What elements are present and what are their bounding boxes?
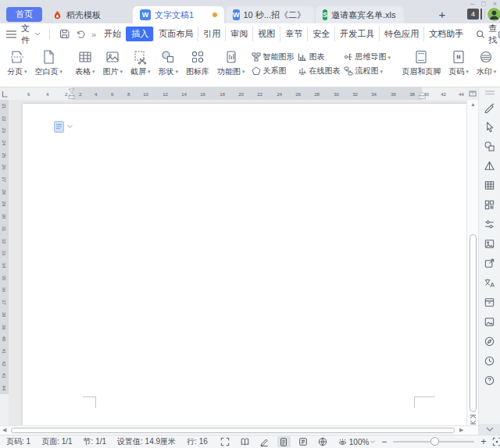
tab-spreadsheet[interactable]: S 邀请嘉宾名单.xls (316, 6, 404, 23)
outline-view-button[interactable] (297, 436, 310, 447)
ribbon-tab[interactable]: 章节 (280, 27, 307, 41)
more-quick-tools[interactable]: » (91, 30, 96, 39)
new-tab-button[interactable]: + (434, 6, 450, 22)
indent-marker-left[interactable] (68, 88, 75, 99)
shapes-button[interactable]: 形状 (155, 49, 183, 76)
compass-icon[interactable] (484, 336, 495, 347)
web-layout-button[interactable] (316, 436, 330, 447)
ribbon-tab[interactable]: 开发工具 (334, 27, 379, 41)
picture-button[interactable]: 图片 (99, 49, 127, 76)
find-button[interactable]: 查找 (476, 23, 497, 46)
mind-map-button[interactable]: 思维导图 (344, 52, 391, 62)
status-page-number[interactable]: 页码: 1 (6, 436, 30, 447)
image-library-icon[interactable] (484, 238, 495, 250)
ribbon-tab[interactable]: 页面布局 (153, 27, 198, 41)
zoom-slider-track[interactable] (393, 441, 474, 443)
vertical-scroll-thumb[interactable] (470, 234, 477, 412)
indent-marker-right[interactable] (419, 92, 426, 99)
translate-icon[interactable] (484, 277, 495, 289)
blank-page-button[interactable]: 空白页 (31, 49, 67, 76)
ribbon-tab[interactable]: 安全 (307, 27, 334, 41)
read-mode-button[interactable] (238, 436, 252, 447)
tab-docer-templates[interactable]: 稻壳模板 (45, 6, 133, 23)
prev-page-icon[interactable] (470, 414, 477, 419)
vertical-scrollbar[interactable]: ▲ (466, 100, 478, 425)
shapes-tool-icon[interactable] (484, 140, 495, 152)
online-chart-button[interactable]: 在线图表 (298, 66, 341, 76)
cursor-select-icon[interactable] (484, 121, 495, 133)
tab-stop-selector[interactable] (0, 87, 9, 100)
zoom-in-button[interactable]: + (480, 436, 486, 447)
editor-canvas[interactable] (9, 100, 466, 425)
drag-handle-icon[interactable] (484, 91, 495, 95)
paste-options-button[interactable] (54, 121, 73, 133)
home-tab-button[interactable]: 首页 (6, 7, 42, 22)
status-setting-value[interactable]: 设置值: 14.9厘米 (117, 436, 176, 447)
ribbon-tab[interactable]: 引用 (198, 27, 225, 41)
ribbon-tab[interactable]: 插入 (126, 27, 153, 41)
status-line[interactable]: 行: 16 (187, 436, 208, 447)
minimize-button[interactable]: – (470, 0, 474, 8)
relation-diagram-button[interactable]: 关系图 (252, 66, 295, 76)
status-section[interactable]: 节: 1/1 (84, 436, 106, 447)
help-circle-icon[interactable] (484, 375, 495, 386)
settings-sliders-icon[interactable] (484, 219, 495, 230)
table-tool-icon[interactable] (484, 180, 495, 191)
chevron-down-icon[interactable] (34, 32, 41, 36)
ribbon-tab[interactable]: 开始 (99, 27, 126, 41)
print-layout-button[interactable] (277, 436, 291, 447)
unsaved-dot-icon[interactable] (212, 12, 217, 17)
screenshot-button[interactable]: 截屏 (127, 49, 155, 76)
maximize-button[interactable]: □ (481, 0, 485, 8)
ink-mode-button[interactable] (258, 436, 271, 447)
pen-tool-icon[interactable] (484, 101, 495, 113)
table-button[interactable]: 表格 (71, 49, 99, 76)
user-avatar[interactable] (488, 8, 500, 21)
eye-protect-button[interactable] (336, 436, 349, 447)
image-panel-icon[interactable] (484, 316, 495, 328)
history-clock-icon[interactable] (484, 355, 495, 367)
icon-library-button[interactable]: 图标库 (182, 49, 213, 76)
smart-graphic-button[interactable]: 智能图形 (252, 52, 295, 62)
tab-list-icon[interactable] (480, 9, 482, 20)
pyramid-icon[interactable] (484, 160, 495, 172)
header-footer-button[interactable]: 页眉和页脚 (398, 49, 445, 76)
page-browse-buttons[interactable] (468, 414, 478, 425)
share-panel-icon[interactable] (484, 258, 495, 269)
status-pages[interactable]: 页面: 1/1 (41, 436, 72, 447)
function-diagram-button[interactable]: 功能图 (213, 49, 249, 76)
save-icon[interactable] (59, 28, 70, 40)
page-number-button[interactable]: 页码 (445, 49, 473, 76)
zoom-slider-handle[interactable] (430, 437, 439, 446)
next-page-icon[interactable] (470, 420, 477, 425)
ruler-toggle-icon[interactable] (466, 87, 478, 100)
hamburger-menu-icon[interactable] (6, 30, 16, 38)
undo-icon[interactable] (75, 28, 87, 40)
share-icon[interactable] (497, 29, 500, 40)
ribbon-tab[interactable]: 文档助手 (423, 27, 468, 41)
page-break-button[interactable]: 分页 (3, 49, 31, 76)
ribbon-tab[interactable]: 视图 (252, 27, 280, 41)
tab-count-badge[interactable]: 4 (467, 9, 479, 20)
ribbon-tab[interactable]: 审阅 (225, 27, 252, 41)
archive-box-icon[interactable] (484, 297, 495, 308)
zoom-level-button[interactable]: 100% (349, 438, 376, 446)
close-button[interactable]: × (493, 0, 497, 8)
widgets-icon[interactable] (484, 199, 495, 211)
horizontal-scroll-thumb[interactable] (11, 428, 455, 433)
document-page[interactable] (23, 104, 466, 425)
fit-page-button[interactable] (492, 437, 500, 446)
flowchart-button[interactable]: 流程图 (344, 66, 391, 76)
watermark-button[interactable]: 水印 (473, 49, 500, 76)
scroll-right-arrow[interactable]: ▶ (459, 427, 463, 433)
horizontal-scrollbar[interactable]: ◀ ▶ (0, 425, 478, 435)
file-menu[interactable]: 文件 (21, 23, 30, 46)
fullscreen-button[interactable] (219, 436, 232, 447)
tab-document-active[interactable]: W 文字文稿1 (133, 6, 224, 23)
scroll-left-arrow[interactable]: ◀ (2, 427, 6, 433)
scroll-up-arrow[interactable]: ▲ (467, 101, 479, 107)
zoom-out-button[interactable]: − (381, 436, 387, 447)
ribbon-tab[interactable]: 特色应用 (379, 27, 423, 41)
chart-button[interactable]: 图表 (298, 52, 341, 62)
sidebar-collapse-button[interactable] (479, 424, 500, 435)
